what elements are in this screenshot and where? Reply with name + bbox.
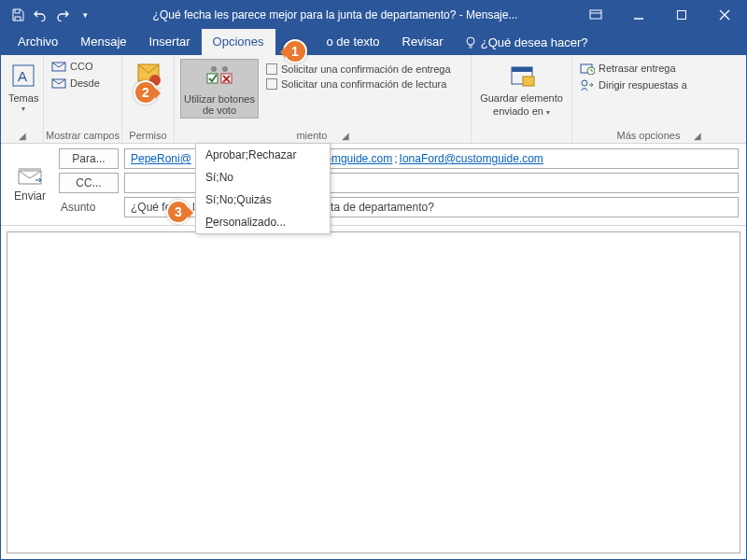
close-button[interactable]: [703, 1, 746, 29]
voting-yes-no[interactable]: Sí;No: [196, 166, 330, 189]
svg-rect-0: [590, 10, 601, 19]
themes-icon: A: [8, 61, 38, 91]
minimize-button[interactable]: [617, 1, 660, 29]
send-label: Enviar: [14, 189, 46, 203]
tab-revisar[interactable]: Revisar: [391, 29, 455, 55]
save-sent-label1: Guardar elemento: [480, 92, 563, 104]
group-permiso-label: Permiso: [128, 129, 168, 143]
send-icon: [17, 167, 43, 188]
group-campos-label: Mostrar campos: [49, 129, 116, 143]
ribbon: A Temas ▾ ◢ CCO Desde: [1, 55, 746, 144]
voting-label: Utilizar botones de voto: [183, 93, 256, 116]
chevron-down-icon: ▾: [21, 105, 25, 114]
bcc-label: CCO: [70, 61, 92, 72]
to-recipient-1[interactable]: PepeRoni@: [131, 152, 191, 165]
themes-button[interactable]: A Temas ▾: [7, 59, 40, 116]
cc-button[interactable]: CC...: [59, 173, 119, 193]
from-label: Desde: [70, 77, 100, 89]
group-guardar-label: [477, 140, 566, 143]
delivery-label: Solicitar una confirmación de entrega: [281, 63, 451, 75]
undo-icon[interactable]: [29, 1, 51, 29]
callout-3: 3: [166, 200, 190, 224]
svg-point-17: [211, 66, 217, 72]
title-bar: ▾ ¿Qué fecha les parece mejor para la ju…: [1, 1, 746, 29]
group-mas-label: Más opciones ◢: [578, 129, 740, 143]
save-sent-label2: enviado en: [493, 105, 543, 117]
tab-insertar[interactable]: Insertar: [138, 29, 202, 55]
ribbon-tabs: Archivo Mensaje Insertar Opciones 1 o de…: [1, 29, 746, 55]
tab-mensaje[interactable]: Mensaje: [69, 29, 137, 55]
direct-replies-label: Dirigir respuestas a: [599, 79, 687, 91]
direct-replies-button[interactable]: Dirigir respuestas a: [578, 77, 689, 92]
qat-customize-icon[interactable]: ▾: [74, 1, 96, 29]
lightbulb-icon: [464, 36, 477, 49]
svg-rect-3: [678, 11, 686, 20]
tab-opciones-label: Opciones: [213, 35, 264, 49]
dialog-launcher-icon[interactable]: ◢: [342, 131, 349, 141]
voting-custom-label: ersonalizado...: [213, 216, 286, 229]
request-read-receipt[interactable]: Solicitar una confirmación de lectura: [264, 77, 453, 91]
to-button[interactable]: Para...: [59, 148, 119, 169]
to-recipient-2[interactable]: IonaFord@customguide.com: [400, 152, 543, 165]
direct-replies-icon: [580, 78, 595, 91]
bcc-button[interactable]: CCO: [49, 59, 102, 74]
svg-text:A: A: [18, 68, 27, 84]
save-sent-icon: [507, 61, 537, 91]
group-seguimiento-label: miento ◢: [180, 129, 465, 143]
read-label: Solicitar una confirmación de lectura: [281, 78, 446, 90]
request-delivery-receipt[interactable]: Solicitar una confirmación de entrega: [264, 63, 453, 76]
ribbon-display-icon[interactable]: [574, 1, 617, 29]
use-voting-buttons[interactable]: Utilizar botones de voto: [180, 59, 259, 119]
from-button[interactable]: Desde: [49, 76, 102, 91]
compose-header: Enviar Para... PepeRoni@ stomguide.com; …: [1, 144, 746, 226]
checkbox-icon: [266, 78, 277, 90]
redo-icon[interactable]: [51, 1, 74, 29]
tell-me-label: ¿Qué desea hacer?: [481, 35, 588, 49]
subject-label: Asunto: [59, 201, 119, 214]
callout-1: 1: [283, 39, 307, 63]
voting-options-menu: Aprobar;Rechazar Sí;No Sí;No;Quizás Pers…: [195, 143, 331, 234]
callout-2: 2: [134, 80, 158, 105]
window-title: ¿Qué fecha les parece mejor para la junt…: [96, 8, 574, 21]
voting-custom[interactable]: Personalizado...: [196, 211, 330, 233]
svg-point-6: [467, 37, 474, 45]
tab-opciones[interactable]: Opciones: [202, 29, 275, 55]
themes-label: Temas: [8, 92, 38, 104]
tell-me[interactable]: ¿Qué desea hacer?: [455, 30, 598, 55]
from-icon: [51, 77, 66, 90]
bcc-icon: [51, 60, 66, 73]
delay-delivery-button[interactable]: Retrasar entrega: [578, 61, 689, 76]
send-button[interactable]: Enviar: [1, 144, 59, 225]
group-temas-label: ◢: [7, 130, 37, 143]
svg-point-18: [222, 66, 228, 72]
dialog-launcher-icon[interactable]: ◢: [19, 131, 26, 141]
delay-label: Retrasar entrega: [599, 63, 676, 74]
voting-yes-no-maybe[interactable]: Sí;No;Quizás: [196, 189, 330, 211]
voting-approve-reject[interactable]: Aprobar;Rechazar: [196, 144, 330, 166]
chevron-down-icon: ▾: [546, 108, 550, 117]
delay-icon: [580, 62, 595, 75]
voting-icon: [204, 62, 234, 91]
dialog-launcher-icon[interactable]: ◢: [694, 131, 701, 141]
tab-archivo[interactable]: Archivo: [7, 29, 69, 55]
svg-point-24: [582, 80, 587, 86]
maximize-button[interactable]: [660, 1, 703, 29]
message-body[interactable]: [7, 231, 740, 553]
checkbox-icon: [266, 63, 277, 75]
svg-rect-21: [523, 77, 534, 86]
save-icon[interactable]: [7, 1, 29, 29]
save-sent-item-button[interactable]: Guardar elemento enviado en ▾: [477, 59, 566, 119]
svg-rect-20: [512, 67, 532, 72]
